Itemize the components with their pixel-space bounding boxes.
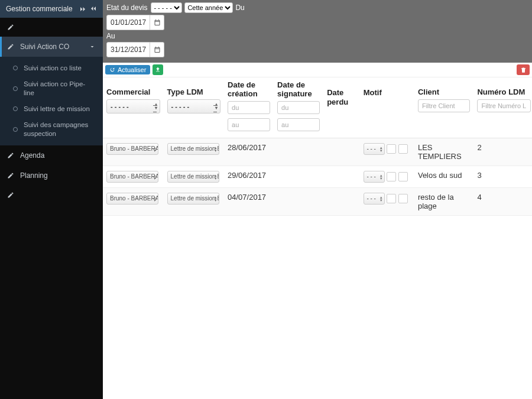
row-action-1[interactable] xyxy=(387,194,396,203)
cell-date-signature xyxy=(274,138,323,166)
cell-motif: - - -▴▾ xyxy=(360,187,414,215)
table-container[interactable]: Commercial - - - - -▴▾ Type LDM - - - - … xyxy=(103,77,532,399)
row-type-select[interactable]: Lettre de mission BN▴▾ xyxy=(167,171,219,183)
row-motif-select[interactable]: - - -▴▾ xyxy=(364,143,385,155)
main: Etat du devis - - - - - Cette année Du A… xyxy=(103,0,532,399)
filter-client[interactable] xyxy=(418,99,470,112)
trash-icon xyxy=(520,67,527,73)
expand-icon[interactable] xyxy=(90,5,97,12)
sidebar-sub-pipeline[interactable]: Suivi action co Pipe-line xyxy=(0,76,103,101)
chevron-down-icon xyxy=(89,43,96,50)
data-table: Commercial - - - - -▴▾ Type LDM - - - - … xyxy=(103,77,532,216)
table-row: Bruno - BARBERA▴▾Lettre de mission BN▴▾0… xyxy=(103,187,532,215)
filter-type-ldm[interactable]: - - - - -▴▾ xyxy=(167,99,221,113)
delete-button[interactable] xyxy=(517,64,530,75)
cell-date-creation: 04/07/2017 xyxy=(224,187,274,215)
date-du-input[interactable] xyxy=(106,15,150,30)
sidebar-sub-campagnes[interactable]: Suivi des campagnes suspection xyxy=(0,117,103,142)
sidebar: Gestion commerciale Suivi Action CO Suiv… xyxy=(0,0,103,399)
calendar-icon xyxy=(154,19,161,26)
row-type-select[interactable]: Lettre de mission BN▴▾ xyxy=(167,193,219,205)
cell-client: resto de la plage xyxy=(414,187,473,215)
export-icon xyxy=(155,67,161,73)
row-action-1[interactable] xyxy=(387,172,396,181)
sidebar-item-label: Planning xyxy=(20,171,48,180)
row-action-2[interactable] xyxy=(398,172,408,181)
edit-icon xyxy=(7,152,14,159)
col-date-perdu: Date perdu xyxy=(327,88,348,106)
row-action-2[interactable] xyxy=(398,144,408,154)
col-type-ldm: Type LDM xyxy=(167,88,221,97)
sidebar-item-blank-2[interactable] xyxy=(0,186,103,205)
cell-numero: 2 xyxy=(473,138,532,166)
calendar-icon xyxy=(154,46,161,53)
sidebar-item-blank-1[interactable] xyxy=(0,18,103,37)
bullet-icon xyxy=(13,66,18,70)
row-motif-select[interactable]: - - -▴▾ xyxy=(364,193,385,205)
sidebar-item-suivi-action-co[interactable]: Suivi Action CO xyxy=(0,37,103,57)
edit-icon xyxy=(7,172,14,179)
cell-date-perdu xyxy=(323,187,360,215)
sidebar-sub-lettre-mission[interactable]: Suivi lettre de mission xyxy=(0,101,103,117)
col-date-creation: Date de création xyxy=(228,81,270,99)
filter-date-signature-du[interactable] xyxy=(277,101,320,114)
refresh-label: Actualiser xyxy=(118,66,146,73)
sidebar-item-label: Suivi Action CO xyxy=(20,43,69,51)
filter-date-signature-au[interactable] xyxy=(277,118,320,131)
date-du-cal-button[interactable] xyxy=(150,15,164,30)
du-label: Du xyxy=(235,4,244,12)
topbar: Etat du devis - - - - - Cette année Du A… xyxy=(103,0,532,63)
row-motif-select[interactable]: - - -▴▾ xyxy=(364,171,385,183)
cell-date-signature xyxy=(274,166,323,187)
sidebar-item-label: Agenda xyxy=(20,151,44,160)
refresh-button[interactable]: Actualiser xyxy=(105,65,150,74)
edit-icon xyxy=(7,43,14,50)
sidebar-sub-label: Suivi action co Pipe-line xyxy=(24,80,96,98)
date-au-input[interactable] xyxy=(106,42,150,57)
table-row: Bruno - BARBERA▴▾Lettre de mission BN▴▾2… xyxy=(103,138,532,166)
row-action-2[interactable] xyxy=(398,194,408,203)
sidebar-item-planning[interactable]: Planning xyxy=(0,166,103,186)
collapse-icon[interactable] xyxy=(79,5,86,12)
date-au-cal-button[interactable] xyxy=(150,42,164,57)
export-button[interactable] xyxy=(153,64,163,75)
bullet-icon xyxy=(13,127,18,132)
filter-date-creation-du[interactable] xyxy=(228,101,270,114)
cell-numero: 4 xyxy=(473,187,532,215)
cell-motif: - - -▴▾ xyxy=(360,166,414,187)
cell-date-creation: 28/06/2017 xyxy=(224,138,274,166)
action-bar: Actualiser xyxy=(103,63,532,77)
edit-icon xyxy=(7,24,14,31)
col-motif: Motif xyxy=(364,88,382,97)
sidebar-sub-liste[interactable]: Suivi action co liste xyxy=(0,60,103,76)
col-client: Client xyxy=(418,88,470,97)
row-type-select[interactable]: Lettre de mission BN▴▾ xyxy=(167,143,219,155)
col-numero-ldm: Numéro LDM xyxy=(477,88,531,97)
cell-date-creation: 29/06/2017 xyxy=(224,166,274,187)
etat-devis-label: Etat du devis xyxy=(106,4,147,12)
sidebar-submenu: Suivi action co liste Suivi action co Pi… xyxy=(0,57,103,145)
table-row: Bruno - BARBERA▴▾Lettre de mission BN▴▾2… xyxy=(103,166,532,187)
filter-commercial[interactable]: - - - - -▴▾ xyxy=(106,99,160,113)
cell-client: Velos du sud xyxy=(414,166,473,187)
period-select[interactable]: Cette année xyxy=(184,2,233,13)
cell-date-signature xyxy=(274,187,323,215)
row-commercial-select[interactable]: Bruno - BARBERA▴▾ xyxy=(106,193,158,205)
bullet-icon xyxy=(13,106,18,111)
refresh-icon xyxy=(109,67,115,73)
row-commercial-select[interactable]: Bruno - BARBERA▴▾ xyxy=(106,143,158,155)
sidebar-sub-label: Suivi des campagnes suspection xyxy=(24,121,96,138)
au-label: Au xyxy=(106,32,115,40)
col-commercial: Commercial xyxy=(106,88,160,97)
filter-date-creation-au[interactable] xyxy=(228,118,270,131)
bullet-icon xyxy=(13,86,18,91)
cell-date-perdu xyxy=(323,166,360,187)
cell-date-perdu xyxy=(323,138,360,166)
row-action-1[interactable] xyxy=(387,144,396,154)
sidebar-item-agenda[interactable]: Agenda xyxy=(0,145,103,166)
etat-devis-select[interactable]: - - - - - xyxy=(151,2,182,13)
row-commercial-select[interactable]: Bruno - BARBERA▴▾ xyxy=(106,171,158,183)
cell-motif: - - -▴▾ xyxy=(360,138,414,166)
sidebar-sub-label: Suivi lettre de mission xyxy=(24,105,90,113)
filter-numero[interactable] xyxy=(477,99,531,112)
